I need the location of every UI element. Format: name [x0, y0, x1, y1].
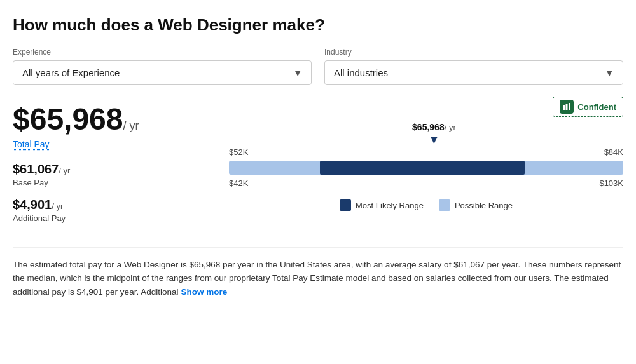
filters-row: Experience All years of Experience ▼ Ind… — [13, 48, 623, 85]
total-pay-display: $65,968/ yr Total Pay — [13, 103, 216, 162]
additional-pay-amount: $4,901 — [13, 198, 52, 212]
total-pay-label[interactable]: Total Pay — [13, 139, 50, 149]
possible-legend: Possible Range — [439, 199, 513, 211]
range-top-right: $84K — [604, 147, 623, 157]
description-section: The estimated total pay for a Web Design… — [13, 247, 623, 299]
industry-label: Industry — [324, 48, 623, 57]
additional-pay-per-yr: / yr — [52, 201, 63, 211]
pay-section: $65,968/ yr Total Pay $61,067/ yr Base P… — [13, 103, 623, 233]
industry-dropdown[interactable]: All industries ▼ — [324, 60, 623, 85]
most-likely-bar — [320, 161, 525, 175]
possible-legend-label: Possible Range — [455, 201, 513, 210]
chart-legend: Most Likely Range Possible Range — [229, 199, 623, 211]
base-pay-amount: $61,067 — [13, 162, 59, 176]
svg-rect-1 — [566, 104, 568, 110]
industry-value: All industries — [334, 67, 388, 78]
possible-legend-box — [439, 199, 450, 211]
pay-right: Confident $65,968/ yr ▼ $52K $84K — [216, 103, 623, 211]
page-title: How much does a Web Designer make? — [13, 15, 623, 35]
base-pay-label: Base Pay — [13, 178, 216, 187]
svg-rect-2 — [569, 103, 570, 110]
chart-range-bottom: $42K $103K — [229, 179, 623, 188]
most-likely-legend-box — [340, 199, 351, 211]
total-pay-value: $65,968 — [13, 102, 123, 136]
most-likely-legend: Most Likely Range — [340, 199, 424, 211]
additional-pay-display: $4,901/ yr — [13, 198, 216, 212]
total-pay-per-yr: / yr — [123, 119, 139, 132]
most-likely-legend-label: Most Likely Range — [356, 201, 424, 210]
svg-rect-0 — [563, 105, 565, 110]
marker-arrow-icon: ▼ — [412, 133, 456, 147]
marker-value: $65,968/ yr — [412, 122, 456, 132]
experience-value: All years of Experience — [22, 67, 120, 78]
pay-left: $65,968/ yr Total Pay $61,067/ yr Base P… — [13, 103, 216, 233]
base-pay-display: $61,067/ yr — [13, 162, 216, 177]
range-top-left: $52K — [229, 147, 248, 157]
range-bottom-left: $42K — [229, 179, 248, 188]
chart-range-top: $52K $84K — [229, 147, 623, 157]
base-pay-per-yr: / yr — [59, 166, 70, 175]
experience-dropdown[interactable]: All years of Experience ▼ — [13, 60, 312, 85]
experience-chevron-icon: ▼ — [293, 68, 302, 78]
marker-container: $65,968/ yr ▼ — [412, 122, 456, 147]
chart-marker-row: $65,968/ yr ▼ — [229, 122, 623, 147]
experience-filter-group: Experience All years of Experience ▼ — [13, 48, 312, 85]
confident-icon — [560, 100, 574, 114]
chart-area: $65,968/ yr ▼ $52K $84K $42K $103K — [229, 122, 623, 211]
total-pay-amount: $65,968/ yr — [13, 103, 216, 137]
description-row: The estimated total pay for a Web Design… — [13, 258, 623, 299]
industry-chevron-icon: ▼ — [605, 68, 614, 78]
additional-pay-label: Additional Pay — [13, 213, 216, 223]
confident-label: Confident — [577, 102, 616, 112]
confident-badge: Confident — [553, 97, 623, 117]
range-bottom-right: $103K — [599, 179, 623, 188]
description-text: The estimated total pay for a Web Design… — [13, 260, 621, 297]
salary-bar — [229, 161, 623, 175]
show-more-button[interactable]: Show more — [181, 287, 227, 297]
experience-label: Experience — [13, 48, 312, 57]
additional-pay-row: $4,901/ yr Additional Pay — [13, 198, 216, 223]
base-pay-row: $61,067/ yr Base Pay — [13, 162, 216, 187]
industry-filter-group: Industry All industries ▼ — [324, 48, 623, 85]
